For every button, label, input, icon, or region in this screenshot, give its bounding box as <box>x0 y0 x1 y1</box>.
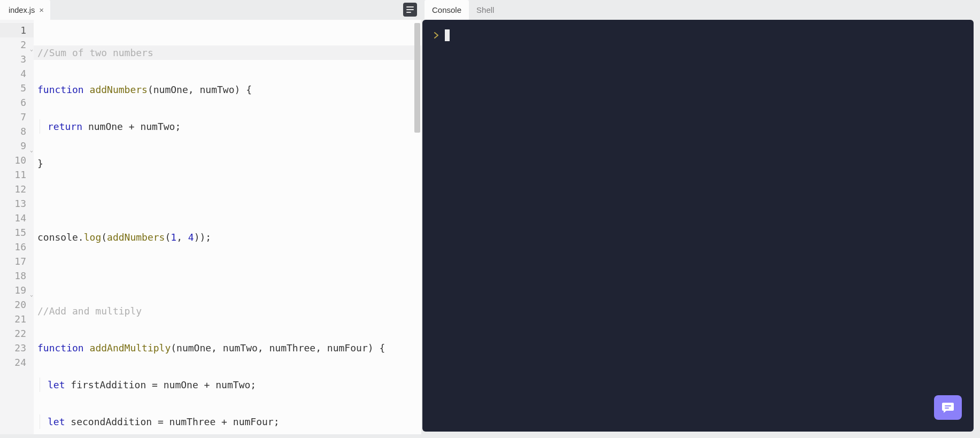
code-line: } <box>34 156 421 171</box>
tab-shell[interactable]: Shell <box>469 0 501 20</box>
line-number: 6 <box>0 95 34 110</box>
line-number: 8 <box>0 124 34 139</box>
line-number: 18 <box>0 268 34 283</box>
terminal-pane: Console Shell <box>421 0 980 438</box>
line-number: 12 <box>0 182 34 196</box>
code-line: function addAndMultiply(numOne, numTwo, … <box>34 341 421 355</box>
code-line <box>34 193 421 208</box>
prompt-icon <box>434 32 439 39</box>
line-number: 2⌄ <box>0 37 34 52</box>
line-number: 13 <box>0 196 34 211</box>
svg-rect-0 <box>406 6 414 7</box>
line-number: 1 <box>0 23 34 37</box>
line-number: 11 <box>0 167 34 182</box>
line-number: 4 <box>0 66 34 81</box>
prompt-line <box>434 29 962 41</box>
code-line: return numOne + numTwo; <box>34 119 421 134</box>
close-icon[interactable]: × <box>39 5 44 14</box>
code-line: console.log(addNumbers(1, 4)); <box>34 230 421 244</box>
line-number: 9⌄ <box>0 139 34 153</box>
line-number: 7 <box>0 110 34 124</box>
editor-pane: index.js × 1 2⌄ 3 4 5 6 7 8 9⌄ <box>0 0 421 438</box>
code-line: //Sum of two numbers <box>34 45 421 60</box>
svg-rect-4 <box>945 408 949 409</box>
wrap-text-button[interactable] <box>403 3 417 17</box>
file-tab[interactable]: index.js × <box>0 0 50 20</box>
code-line: let firstAddition = numOne + numTwo; <box>34 378 421 392</box>
terminal-tab-bar: Console Shell <box>421 0 980 20</box>
code-line: let secondAddition = numThree + numFour; <box>34 414 421 429</box>
editor-tab-bar: index.js × <box>0 0 421 20</box>
line-number: 14 <box>0 211 34 225</box>
code-line <box>34 267 421 281</box>
editor-body[interactable]: 1 2⌄ 3 4 5 6 7 8 9⌄ 10 11 12 13 14 15 16… <box>0 20 421 438</box>
line-number: 19⌄ <box>0 283 34 297</box>
line-number: 24 <box>0 355 34 370</box>
bottom-strip <box>0 434 980 438</box>
line-number: 20 <box>0 297 34 312</box>
terminal-cursor <box>445 29 450 41</box>
svg-rect-3 <box>945 405 951 406</box>
wrap-text-icon <box>406 6 414 13</box>
line-number: 10 <box>0 153 34 167</box>
code-line: //Add and multiply <box>34 304 421 318</box>
line-number: 22 <box>0 326 34 341</box>
file-tab-label: index.js <box>9 6 35 14</box>
svg-rect-2 <box>406 12 411 13</box>
code-line: function addNumbers(numOne, numTwo) { <box>34 82 421 97</box>
line-number: 5 <box>0 81 34 95</box>
line-gutter: 1 2⌄ 3 4 5 6 7 8 9⌄ 10 11 12 13 14 15 16… <box>0 20 34 438</box>
chat-button[interactable] <box>934 395 962 420</box>
app-root: index.js × 1 2⌄ 3 4 5 6 7 8 9⌄ <box>0 0 980 438</box>
line-number: 16 <box>0 240 34 254</box>
line-number: 17 <box>0 254 34 268</box>
console-body[interactable] <box>422 20 974 432</box>
line-number: 3 <box>0 52 34 66</box>
scrollbar-thumb[interactable] <box>414 23 420 133</box>
line-number: 23 <box>0 341 34 355</box>
chat-icon <box>942 402 954 413</box>
svg-rect-1 <box>406 9 414 10</box>
code-area[interactable]: //Sum of two numbers function addNumbers… <box>34 20 421 438</box>
line-number: 21 <box>0 312 34 326</box>
line-number: 15 <box>0 225 34 240</box>
tab-console[interactable]: Console <box>425 0 469 20</box>
